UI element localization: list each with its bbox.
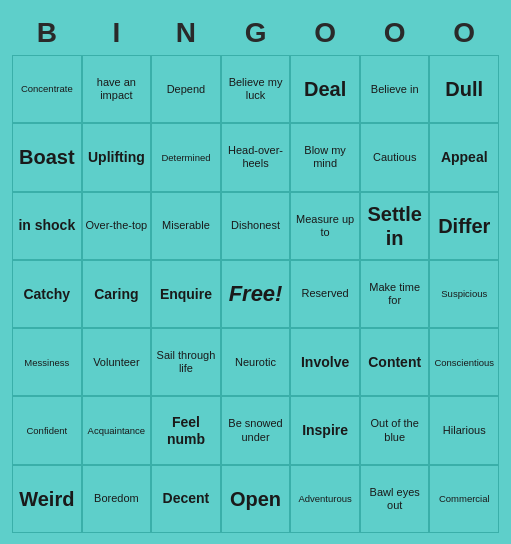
- bingo-cell[interactable]: Decent: [151, 465, 221, 533]
- bingo-cell[interactable]: Bawl eyes out: [360, 465, 430, 533]
- bingo-cell[interactable]: Miserable: [151, 192, 221, 260]
- bingo-cell[interactable]: Dishonest: [221, 192, 291, 260]
- bingo-cell[interactable]: Uplifting: [82, 123, 152, 191]
- bingo-cell[interactable]: Enquire: [151, 260, 221, 328]
- grid-row: BoastUpliftingDeterminedHead-over-heelsB…: [12, 123, 499, 191]
- bingo-cell[interactable]: Depend: [151, 55, 221, 123]
- bingo-grid: Concentratehave an impactDependBelieve m…: [12, 55, 499, 533]
- bingo-cell[interactable]: Be snowed under: [221, 396, 291, 464]
- bingo-cell[interactable]: have an impact: [82, 55, 152, 123]
- bingo-cell[interactable]: Appeal: [429, 123, 499, 191]
- bingo-cell[interactable]: Conscientious: [429, 328, 499, 396]
- bingo-cell[interactable]: Catchy: [12, 260, 82, 328]
- bingo-cell[interactable]: Believe in: [360, 55, 430, 123]
- bingo-cell[interactable]: Out of the blue: [360, 396, 430, 464]
- grid-row: ConfidentAcquaintanceFeel numbBe snowed …: [12, 396, 499, 464]
- header-cell: I: [82, 17, 152, 49]
- bingo-cell[interactable]: Hilarious: [429, 396, 499, 464]
- bingo-cell[interactable]: Concentrate: [12, 55, 82, 123]
- header-row: BINGOOO: [12, 11, 499, 55]
- bingo-cell[interactable]: Cautious: [360, 123, 430, 191]
- bingo-cell[interactable]: Messiness: [12, 328, 82, 396]
- bingo-cell[interactable]: Reserved: [290, 260, 360, 328]
- header-cell: O: [360, 17, 430, 49]
- grid-row: CatchyCaringEnquireFree!ReservedMake tim…: [12, 260, 499, 328]
- bingo-cell[interactable]: Head-over-heels: [221, 123, 291, 191]
- grid-row: WeirdBoredomDecentOpenAdventurousBawl ey…: [12, 465, 499, 533]
- bingo-cell[interactable]: Believe my luck: [221, 55, 291, 123]
- bingo-cell[interactable]: Blow my mind: [290, 123, 360, 191]
- bingo-cell[interactable]: Deal: [290, 55, 360, 123]
- bingo-cell[interactable]: Over-the-top: [82, 192, 152, 260]
- grid-row: Concentratehave an impactDependBelieve m…: [12, 55, 499, 123]
- bingo-cell[interactable]: Measure up to: [290, 192, 360, 260]
- bingo-cell[interactable]: Inspire: [290, 396, 360, 464]
- bingo-cell[interactable]: Open: [221, 465, 291, 533]
- bingo-cell[interactable]: in shock: [12, 192, 82, 260]
- header-cell: N: [151, 17, 221, 49]
- bingo-cell[interactable]: Feel numb: [151, 396, 221, 464]
- bingo-cell[interactable]: Involve: [290, 328, 360, 396]
- bingo-cell[interactable]: Confident: [12, 396, 82, 464]
- grid-row: MessinessVolunteerSail through lifeNeuro…: [12, 328, 499, 396]
- bingo-cell[interactable]: Differ: [429, 192, 499, 260]
- header-cell: O: [290, 17, 360, 49]
- bingo-cell[interactable]: Boredom: [82, 465, 152, 533]
- bingo-cell[interactable]: Content: [360, 328, 430, 396]
- bingo-cell[interactable]: Weird: [12, 465, 82, 533]
- bingo-cell[interactable]: Boast: [12, 123, 82, 191]
- bingo-cell[interactable]: Neurotic: [221, 328, 291, 396]
- header-cell: B: [12, 17, 82, 49]
- bingo-cell[interactable]: Make time for: [360, 260, 430, 328]
- bingo-cell[interactable]: Acquaintance: [82, 396, 152, 464]
- bingo-cell[interactable]: Settle in: [360, 192, 430, 260]
- bingo-cell[interactable]: Volunteer: [82, 328, 152, 396]
- bingo-cell[interactable]: Dull: [429, 55, 499, 123]
- bingo-cell[interactable]: Free!: [221, 260, 291, 328]
- grid-row: in shockOver-the-topMiserableDishonestMe…: [12, 192, 499, 260]
- bingo-cell[interactable]: Sail through life: [151, 328, 221, 396]
- bingo-cell[interactable]: Adventurous: [290, 465, 360, 533]
- bingo-cell[interactable]: Caring: [82, 260, 152, 328]
- bingo-cell[interactable]: Suspicious: [429, 260, 499, 328]
- bingo-cell[interactable]: Commercial: [429, 465, 499, 533]
- header-cell: G: [221, 17, 291, 49]
- bingo-cell[interactable]: Determined: [151, 123, 221, 191]
- header-cell: O: [429, 17, 499, 49]
- bingo-card: BINGOOO Concentratehave an impactDependB…: [8, 7, 503, 537]
